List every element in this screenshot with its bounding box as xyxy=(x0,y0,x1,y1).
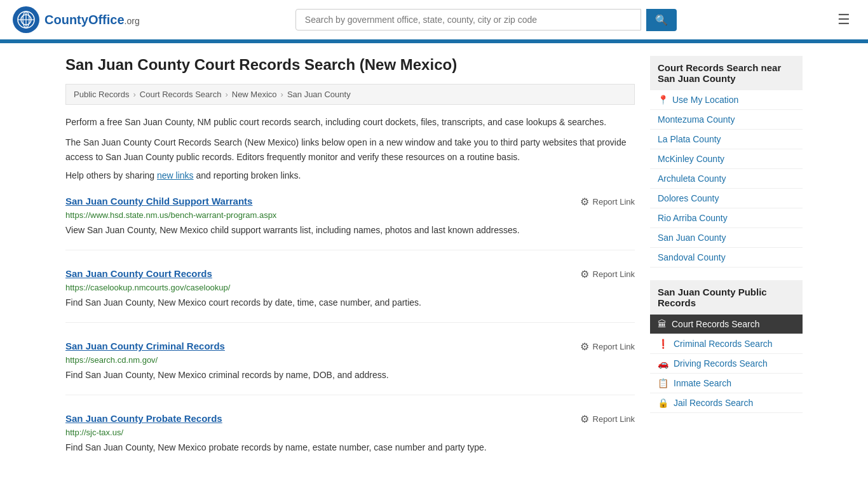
intro-secondary-text: The San Juan County Court Records Search… xyxy=(65,135,635,164)
public-record-link[interactable]: Inmate Search xyxy=(674,378,731,388)
content-area: San Juan County Court Records Search (Ne… xyxy=(65,56,635,485)
breadcrumb-new-mexico[interactable]: New Mexico xyxy=(232,90,277,99)
use-location-link[interactable]: Use My Location xyxy=(672,95,738,105)
record-header: San Juan County Criminal Records ⚙ Repor… xyxy=(65,341,635,353)
logo-text: CountyOffice.org xyxy=(44,13,140,27)
report-link-label: Report Link xyxy=(593,342,635,351)
public-record-icon: 🚗 xyxy=(658,358,668,369)
breadcrumb-public-records[interactable]: Public Records xyxy=(74,90,129,99)
report-link-label: Report Link xyxy=(593,269,635,279)
public-record-link[interactable]: Criminal Records Search xyxy=(674,339,773,349)
nearby-counties-list: 📍 Use My Location Montezuma CountyLa Pla… xyxy=(650,90,803,268)
record-description: Find San Juan County, New Mexico court r… xyxy=(65,296,635,309)
breadcrumb-sep-3: › xyxy=(281,90,283,99)
page-title: San Juan County Court Records Search (Ne… xyxy=(65,56,635,74)
record-url: http://sjc-tax.us/ xyxy=(65,428,635,437)
nearby-county-link[interactable]: Archuleta County xyxy=(658,173,726,184)
breadcrumb-sep-1: › xyxy=(133,90,135,99)
hamburger-menu-icon[interactable]: ☰ xyxy=(832,9,855,30)
main-container: San Juan County Court Records Search (Ne… xyxy=(53,43,815,488)
report-link-button[interactable]: ⚙ Report Link xyxy=(580,341,635,353)
nearby-county-link[interactable]: McKinley County xyxy=(658,154,724,164)
record-entry: San Juan County Child Support Warrants ⚙… xyxy=(65,196,635,250)
nearby-county-item[interactable]: Montezuma County xyxy=(650,110,803,130)
report-link-icon: ⚙ xyxy=(580,413,589,425)
record-description: Find San Juan County, New Mexico crimina… xyxy=(65,369,635,382)
record-entry: San Juan County Criminal Records ⚙ Repor… xyxy=(65,341,635,395)
public-record-item[interactable]: 🚗 Driving Records Search xyxy=(650,354,803,374)
nearby-county-item[interactable]: Dolores County xyxy=(650,189,803,208)
public-record-link[interactable]: Jail Records Search xyxy=(674,398,753,408)
report-link-icon: ⚙ xyxy=(580,341,589,353)
public-record-item[interactable]: ❗ Criminal Records Search xyxy=(650,334,803,354)
report-link-label: Report Link xyxy=(593,197,635,207)
search-button[interactable]: 🔍 xyxy=(646,9,677,31)
record-title-link[interactable]: San Juan County Criminal Records xyxy=(65,341,225,351)
breadcrumb-sep-2: › xyxy=(225,90,227,99)
nearby-county-item[interactable]: Archuleta County xyxy=(650,169,803,189)
public-record-icon: ❗ xyxy=(658,339,668,349)
nearby-county-link[interactable]: La Plata County xyxy=(658,134,721,144)
public-records-list: 🏛 Court Records Search ❗ Criminal Record… xyxy=(650,315,803,413)
record-url: https://caselookup.nmcourts.gov/caselook… xyxy=(65,283,635,292)
nearby-section-header: Court Records Search near San Juan Count… xyxy=(650,56,803,90)
nearby-county-link[interactable]: Sandoval County xyxy=(658,252,726,262)
nearby-county-item[interactable]: San Juan County xyxy=(650,228,803,248)
use-my-location-item[interactable]: 📍 Use My Location xyxy=(650,90,803,110)
nearby-county-link[interactable]: Rio Arriba County xyxy=(658,213,728,223)
nearby-county-item[interactable]: McKinley County xyxy=(650,149,803,169)
nearby-county-link[interactable]: San Juan County xyxy=(658,233,726,243)
public-record-item[interactable]: 📋 Inmate Search xyxy=(650,374,803,393)
report-link-button[interactable]: ⚙ Report Link xyxy=(580,196,635,208)
record-entry: San Juan County Court Records ⚙ Report L… xyxy=(65,268,635,323)
public-record-icon: 📋 xyxy=(658,378,668,388)
record-title-link[interactable]: San Juan County Probate Records xyxy=(65,413,222,424)
report-link-button[interactable]: ⚙ Report Link xyxy=(580,268,635,280)
new-links-link[interactable]: new links xyxy=(157,170,194,180)
logo-area[interactable]: CountyOffice.org xyxy=(13,6,140,33)
public-record-item[interactable]: 🔒 Jail Records Search xyxy=(650,393,803,413)
nearby-county-link[interactable]: Montezuma County xyxy=(658,114,735,125)
public-record-icon: 🔒 xyxy=(658,398,668,408)
record-url: https://www.hsd.state.nm.us/bench-warran… xyxy=(65,210,635,220)
nearby-county-item[interactable]: Sandoval County xyxy=(650,248,803,268)
public-record-icon: 🏛 xyxy=(658,319,667,329)
share-text: Help others by sharing new links and rep… xyxy=(65,170,635,180)
records-container: San Juan County Child Support Warrants ⚙… xyxy=(65,196,635,467)
record-title-link[interactable]: San Juan County Court Records xyxy=(65,268,212,279)
intro-primary-text: Perform a free San Juan County, NM publi… xyxy=(65,115,635,129)
record-header: San Juan County Court Records ⚙ Report L… xyxy=(65,268,635,280)
breadcrumb-san-juan[interactable]: San Juan County xyxy=(287,90,351,99)
nearby-county-item[interactable]: La Plata County xyxy=(650,130,803,149)
public-record-link[interactable]: Driving Records Search xyxy=(674,358,768,369)
logo-icon xyxy=(13,6,39,33)
location-pin-icon: 📍 xyxy=(658,95,668,105)
search-area: 🔍 xyxy=(295,9,677,31)
record-title-link[interactable]: San Juan County Child Support Warrants xyxy=(65,196,252,207)
record-description: View San Juan County, New Mexico child s… xyxy=(65,224,635,237)
search-input[interactable] xyxy=(295,9,641,30)
record-entry: San Juan County Probate Records ⚙ Report… xyxy=(65,413,635,467)
public-record-link[interactable]: Court Records Search xyxy=(672,319,760,329)
public-record-item[interactable]: 🏛 Court Records Search xyxy=(650,315,803,334)
nearby-county-item[interactable]: Rio Arriba County xyxy=(650,208,803,228)
nearby-county-link[interactable]: Dolores County xyxy=(658,193,719,203)
record-header: San Juan County Probate Records ⚙ Report… xyxy=(65,413,635,425)
report-link-icon: ⚙ xyxy=(580,268,589,280)
public-records-section-header: San Juan County Public Records xyxy=(650,280,803,315)
record-description: Find San Juan County, New Mexico probate… xyxy=(65,441,635,454)
record-url: https://search.cd.nm.gov/ xyxy=(65,355,635,365)
sidebar: Court Records Search near San Juan Count… xyxy=(650,56,803,485)
record-header: San Juan County Child Support Warrants ⚙… xyxy=(65,196,635,208)
report-link-icon: ⚙ xyxy=(580,196,589,208)
breadcrumb: Public Records › Court Records Search › … xyxy=(65,84,635,105)
site-header: CountyOffice.org 🔍 ☰ xyxy=(0,0,868,41)
breadcrumb-court-records[interactable]: Court Records Search xyxy=(140,90,222,99)
report-link-button[interactable]: ⚙ Report Link xyxy=(580,413,635,425)
report-link-label: Report Link xyxy=(593,414,635,424)
